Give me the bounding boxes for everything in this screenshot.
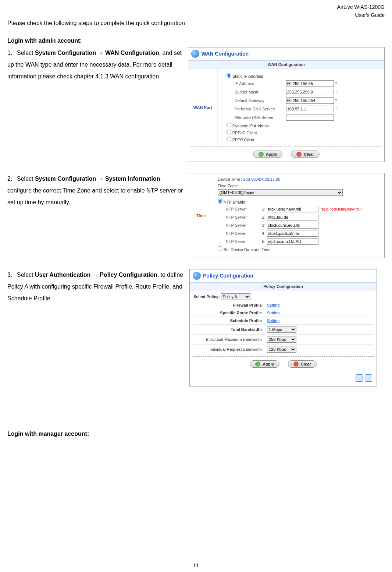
intro-text: Please check the following steps to comp… bbox=[7, 20, 385, 27]
time-section-label: Time bbox=[188, 173, 214, 258]
adns-label: Alternate DNS Server: bbox=[235, 115, 286, 120]
step-2-text: 2.Select System Configuration → System I… bbox=[7, 173, 188, 208]
device-time-label: Device Time : bbox=[218, 177, 243, 181]
ntp2-input[interactable] bbox=[267, 214, 318, 220]
ntp3-idx: 3: bbox=[259, 223, 266, 227]
ip-address-label: IP Address: bbox=[235, 81, 286, 86]
step-1-text: 1.Select System Configuration → WAN Conf… bbox=[7, 47, 188, 82]
gateway-label: Default Gateway: bbox=[235, 98, 286, 103]
up-icon[interactable] bbox=[365, 374, 372, 382]
step-2-num: 2. bbox=[7, 173, 17, 185]
radio-dynamic-ip[interactable] bbox=[227, 123, 231, 127]
ind-req-bandwidth-select[interactable]: 128 Kbps bbox=[267, 346, 296, 353]
step-3-text: 3.Select User Authentication → Policy Co… bbox=[7, 269, 189, 304]
ntp5-idx: 5: bbox=[259, 239, 266, 244]
select-policy-label: Select Policy: bbox=[193, 294, 220, 299]
policy-panel-head: Policy Configuration bbox=[190, 282, 377, 290]
screenshot-policy-config: Policy Configuration Policy Configuratio… bbox=[189, 269, 377, 386]
ntp2-idx: 2: bbox=[259, 215, 266, 219]
firewall-setting-link[interactable]: Setting bbox=[267, 303, 279, 307]
subnet-mask-label: Subnet Mask: bbox=[235, 90, 286, 94]
policy-title-icon bbox=[193, 272, 201, 280]
login-admin-heading: Login with admin account: bbox=[7, 38, 385, 44]
wan-panel-head: WAN Configuration bbox=[188, 60, 384, 68]
screenshot-wan-config: WAN Configuration WAN Configuration WAN … bbox=[188, 47, 385, 162]
radio-pppoe[interactable] bbox=[227, 130, 231, 134]
ip-req-star: * bbox=[335, 81, 337, 86]
ntp5-input[interactable] bbox=[267, 238, 318, 245]
ntp4-idx: 4: bbox=[259, 231, 266, 236]
policy-title-bar: Policy Configuration bbox=[190, 269, 377, 282]
wan-title-text: WAN Configuration bbox=[202, 51, 249, 57]
check-icon bbox=[255, 361, 260, 367]
route-setting-link[interactable]: Setting bbox=[267, 311, 279, 315]
schedule-setting-link[interactable]: Setting bbox=[267, 318, 279, 323]
step-1-num: 1. bbox=[7, 47, 17, 59]
gw-req-star: * bbox=[335, 98, 337, 103]
firewall-profile-label: Firewall Profile bbox=[193, 303, 267, 307]
device-time-value: 2007/06/04 20:17:26 bbox=[243, 177, 280, 181]
header-product: AirLive WIAS-1200G bbox=[7, 4, 385, 10]
step-2-row: 2.Select System Configuration → System I… bbox=[7, 173, 385, 258]
ntp1-label: NTP Server bbox=[226, 207, 259, 211]
pdns-label: Preferred DNS Server: bbox=[235, 107, 286, 111]
step-2-bold: System Configuration → System Informatio… bbox=[35, 176, 160, 182]
policy-clear-label: Clear bbox=[301, 362, 311, 366]
home-icon[interactable] bbox=[356, 374, 363, 382]
step-3-bold: User Authentication → Policy Configurati… bbox=[35, 272, 157, 278]
page-number: 11 bbox=[0, 562, 392, 568]
radio-pptp[interactable] bbox=[227, 137, 231, 141]
gateway-input[interactable] bbox=[286, 97, 334, 104]
policy-title-text: Policy Configuration bbox=[203, 273, 253, 279]
ind-max-bandwidth-select[interactable]: 256 Kbps bbox=[267, 336, 296, 343]
ntp3-label: NTP Server bbox=[226, 223, 259, 227]
wan-title-icon bbox=[191, 50, 199, 58]
mask-req-star: * bbox=[335, 90, 337, 94]
radio-static-ip-label: Static IP Address bbox=[232, 74, 263, 78]
adns-input[interactable] bbox=[286, 114, 334, 121]
step-3-num: 3. bbox=[7, 269, 17, 281]
ntp-enable-label: NTP Enable bbox=[224, 200, 245, 204]
apply-button[interactable]: Apply bbox=[253, 151, 283, 158]
radio-static-ip[interactable] bbox=[227, 73, 231, 78]
step-1-row: 1.Select System Configuration → WAN Conf… bbox=[7, 47, 385, 162]
timezone-select[interactable]: (GMT+08:00)Taipei bbox=[218, 189, 343, 196]
nav-icons-bar bbox=[190, 371, 377, 386]
timezone-label: Time Zone: bbox=[218, 184, 380, 188]
clear-button[interactable]: Clear bbox=[291, 151, 320, 158]
ntp3-input[interactable] bbox=[267, 222, 318, 229]
ntp5-label: NTP Server bbox=[226, 239, 259, 244]
ntp2-label: NTP Server bbox=[226, 215, 259, 219]
policy-apply-button[interactable]: Apply bbox=[250, 360, 279, 368]
ntp4-input[interactable] bbox=[267, 230, 318, 237]
wan-title-bar: WAN Configuration bbox=[188, 47, 384, 60]
total-bandwidth-select[interactable]: 1 Mbps bbox=[267, 326, 296, 333]
ind-req-bandwidth-label: Individual Request Bandwidth bbox=[193, 347, 267, 352]
apply-button-label: Apply bbox=[266, 152, 277, 156]
ntp-example-note: *(e.g. tock.usno.navy.mil) bbox=[321, 207, 362, 211]
ip-address-input[interactable] bbox=[286, 80, 334, 87]
pdns-input[interactable] bbox=[286, 106, 334, 112]
pdns-req-star: * bbox=[335, 107, 337, 111]
x-icon bbox=[293, 361, 299, 367]
set-manual-label: Set Device Date and Time bbox=[224, 247, 271, 252]
clear-button-label: Clear bbox=[304, 152, 314, 156]
login-manager-heading: Login with manager account: bbox=[7, 431, 385, 437]
step-3-pre: Select bbox=[17, 272, 35, 278]
ind-max-bandwidth-label: Individual Maximum Bandwidth bbox=[193, 337, 267, 342]
route-profile-label: Specific Route Profile bbox=[193, 311, 267, 315]
radio-pppoe-label: PPPoE Client bbox=[232, 131, 257, 135]
ntp4-label: NTP Server bbox=[226, 231, 259, 236]
schedule-profile-label: Schedule Profile bbox=[193, 318, 267, 323]
radio-set-manual[interactable] bbox=[218, 246, 222, 251]
policy-apply-label: Apply bbox=[263, 362, 274, 366]
screenshot-time-config: Time Device Time : 2007/06/04 20:17:26 T… bbox=[188, 173, 385, 258]
wan-port-label: WAN Port bbox=[188, 68, 218, 146]
ntp1-input[interactable] bbox=[267, 206, 318, 212]
subnet-mask-input[interactable] bbox=[286, 89, 334, 95]
radio-ntp-enable[interactable] bbox=[218, 199, 222, 204]
policy-clear-button[interactable]: Clear bbox=[288, 360, 317, 368]
step-1-pre: Select bbox=[17, 50, 35, 56]
x-icon bbox=[296, 152, 302, 157]
select-policy[interactable]: Policy A bbox=[221, 293, 250, 300]
